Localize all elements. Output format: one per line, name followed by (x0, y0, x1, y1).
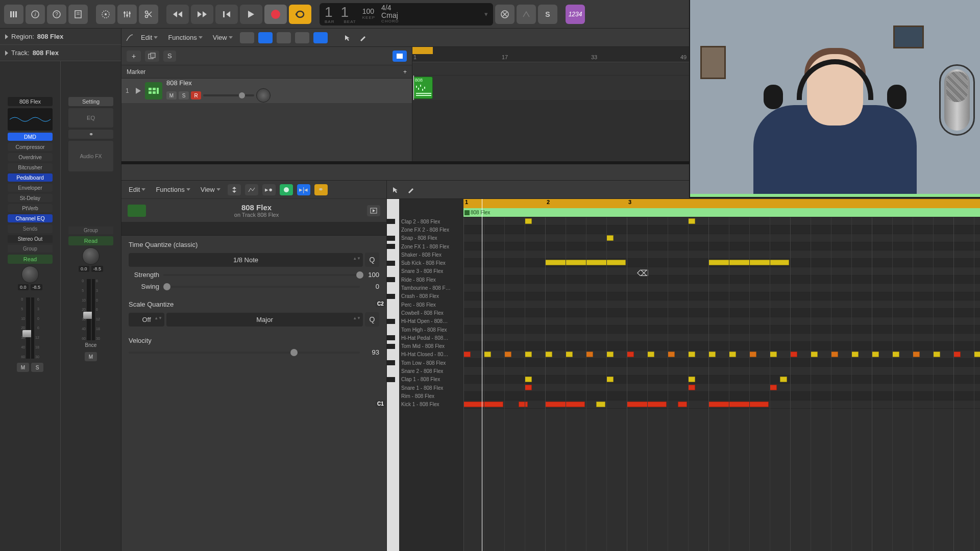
note-lane[interactable] (463, 375, 980, 384)
scissors-button[interactable] (139, 5, 158, 24)
midi-note[interactable] (627, 402, 667, 407)
audio-fx-slot[interactable]: Audio FX (68, 141, 113, 171)
pan-knob[interactable] (21, 266, 39, 283)
playhead[interactable] (413, 76, 414, 100)
midi-note[interactable] (892, 352, 899, 357)
pencil-tool-icon[interactable] (359, 34, 366, 41)
stop-button[interactable] (215, 5, 238, 24)
swing-slider[interactable] (163, 286, 360, 288)
midi-note[interactable] (770, 385, 777, 390)
plugin-slot[interactable]: Channel EQ (8, 214, 53, 222)
playhead[interactable] (482, 199, 482, 551)
help-button[interactable]: ? (47, 5, 66, 24)
link-icon[interactable]: ⚭ (314, 184, 328, 195)
note-lane[interactable] (463, 334, 980, 342)
quantize-value-select[interactable]: 1/8 Note▲▼ (129, 253, 363, 267)
count-in-button[interactable]: 1234 (566, 5, 585, 24)
midi-note[interactable] (606, 377, 614, 382)
mute-button[interactable]: M (17, 363, 29, 372)
note-lane[interactable] (463, 317, 980, 325)
solo-all-button[interactable]: S (163, 51, 176, 62)
midi-note[interactable] (525, 385, 532, 390)
rewind-button[interactable] (166, 5, 189, 24)
region-header[interactable]: Region: 808 Flex (0, 29, 121, 45)
library-button[interactable] (4, 5, 23, 24)
grid-view-icon[interactable] (240, 32, 254, 43)
midi-note[interactable] (790, 352, 797, 357)
note-lane[interactable] (463, 342, 980, 350)
note-lane[interactable] (463, 367, 980, 375)
midi-note[interactable] (545, 352, 552, 357)
velocity-slider[interactable] (129, 352, 360, 354)
scale-enable-select[interactable]: Off▲▼ (129, 313, 164, 327)
region-bar[interactable]: 808 Flex (463, 208, 980, 217)
plugin-slot[interactable]: Overdrive (8, 153, 53, 161)
midi-out-icon[interactable]: ▸● (262, 184, 276, 195)
track-header[interactable]: 1 808 Flex M S R (121, 79, 412, 103)
midi-note[interactable] (606, 235, 614, 241)
midi-note[interactable] (566, 352, 573, 357)
note-grid[interactable]: 1 2 3 808 Flex ⌫ (463, 199, 980, 551)
add-track-button[interactable]: + (127, 51, 141, 62)
plugin-slot[interactable]: Compressor (8, 143, 53, 151)
solo-button[interactable]: S (31, 363, 43, 372)
channel-name[interactable]: 808 Flex (8, 97, 53, 106)
add-marker-button[interactable]: + (403, 68, 407, 76)
link-icon[interactable]: ⚭ (68, 130, 113, 139)
region-view-icon[interactable] (258, 32, 273, 43)
solo-button[interactable]: S (538, 5, 557, 24)
track-pan-knob[interactable] (256, 88, 271, 103)
quantize-button[interactable]: Q (365, 253, 379, 267)
midi-note[interactable] (586, 352, 593, 357)
track-solo[interactable]: S (179, 91, 189, 99)
midi-note[interactable] (463, 402, 503, 407)
track-play-icon[interactable] (136, 88, 141, 94)
midi-note[interactable] (729, 352, 736, 357)
region-clip[interactable]: 808 (413, 77, 433, 99)
note-lane[interactable] (463, 292, 980, 300)
flex-icon[interactable] (295, 32, 309, 43)
smart-controls-button[interactable] (96, 5, 115, 24)
instrument-slot[interactable]: DMD (8, 133, 53, 141)
note-lane[interactable] (463, 309, 980, 317)
duplicate-track-button[interactable] (145, 51, 159, 62)
pr-view-menu[interactable]: View (198, 184, 224, 195)
replace-button[interactable] (495, 5, 514, 24)
lcd-display[interactable]: 1 1 BAR BEAT 100 KEEP 4/4 Cmaj CHORD ▾ (320, 3, 493, 26)
note-lane[interactable] (463, 267, 980, 276)
catch-playhead-icon[interactable]: ▸|◂ (297, 184, 310, 195)
tuner-button[interactable] (517, 5, 536, 24)
midi-note[interactable] (463, 352, 471, 357)
midi-note[interactable] (688, 218, 695, 224)
note-lane[interactable] (463, 251, 980, 259)
midi-note[interactable] (708, 352, 716, 357)
track-icon[interactable] (145, 82, 162, 99)
automation-icon[interactable] (277, 32, 291, 43)
track-record[interactable]: R (191, 91, 201, 99)
track-mute[interactable]: M (166, 91, 177, 99)
color-icon[interactable] (280, 184, 293, 195)
track-header[interactable]: Track: 808 Flex (0, 45, 121, 61)
midi-note[interactable] (525, 218, 532, 224)
midi-note[interactable] (545, 260, 626, 265)
note-lane[interactable] (463, 359, 980, 367)
plugin-slot[interactable]: Enveloper (8, 184, 53, 192)
note-lane[interactable] (463, 234, 980, 242)
midi-note[interactable] (831, 352, 838, 357)
plugin-slot[interactable]: St-Delay (8, 194, 53, 202)
forward-button[interactable] (191, 5, 213, 24)
midi-note[interactable] (974, 352, 980, 357)
waveform-display[interactable] (8, 108, 53, 131)
output-slot[interactable]: Stereo Out (8, 235, 53, 243)
note-lane[interactable] (463, 242, 980, 251)
pan-knob[interactable] (82, 247, 100, 265)
automation-curve-icon[interactable] (126, 34, 134, 42)
pr-edit-menu[interactable]: Edit (126, 184, 149, 195)
midi-note[interactable] (678, 402, 687, 407)
note-lane[interactable] (463, 259, 980, 267)
view-menu[interactable]: View (210, 32, 236, 43)
midi-note[interactable] (811, 352, 818, 357)
midi-note[interactable] (504, 352, 511, 357)
midi-note[interactable] (708, 260, 789, 265)
piano-keyboard[interactable]: C2C1 (387, 199, 399, 551)
